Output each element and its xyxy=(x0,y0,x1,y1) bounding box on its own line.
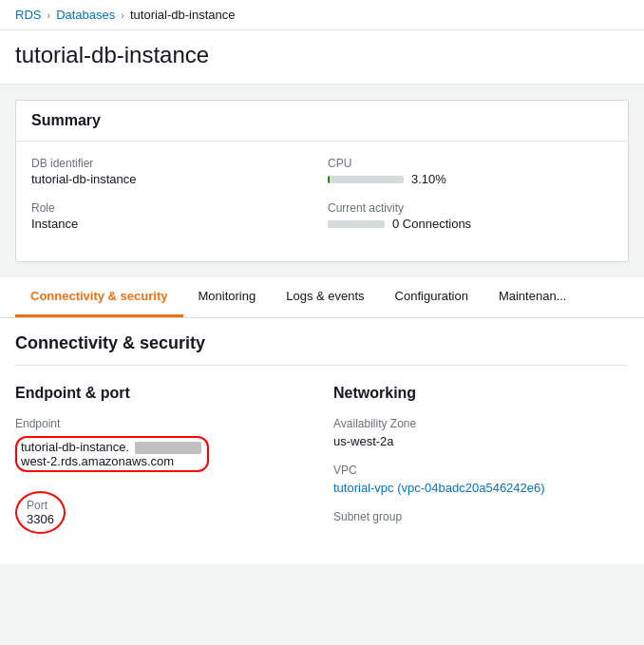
endpoint-circle: tutorial-db-instance. west-2.rds.amazona… xyxy=(15,436,209,472)
availability-zone-value: us-west-2a xyxy=(333,434,629,448)
db-identifier-label: DB identifier xyxy=(31,157,316,170)
port-circle: Port 3306 xyxy=(15,491,66,534)
subnet-group-field: Subnet group xyxy=(333,510,629,523)
connections-bar-track xyxy=(328,220,385,228)
port-field: Port 3306 xyxy=(15,487,311,534)
current-activity-field: Current activity 0 Connections xyxy=(328,201,613,231)
endpoint-suffix: west-2.rds.amazonaws.com xyxy=(21,454,174,468)
cpu-bar-container: 3.10% xyxy=(328,172,613,186)
availability-zone-field: Availability Zone us-west-2a xyxy=(333,417,629,448)
port-label: Port xyxy=(27,499,54,512)
tab-maintenance[interactable]: Maintenan... xyxy=(483,277,582,317)
endpoint-port-title: Endpoint & port xyxy=(15,385,311,402)
vpc-field: VPC tutorial-vpc (vpc-04badc20a546242e6) xyxy=(333,464,629,495)
cpu-bar-track xyxy=(328,176,404,183)
summary-card: Summary DB identifier tutorial-db-instan… xyxy=(15,100,629,262)
vpc-label: VPC xyxy=(333,464,629,477)
endpoint-port-section: Endpoint & port Endpoint tutorial-db-ins… xyxy=(15,385,311,549)
cpu-field: CPU 3.10% xyxy=(328,157,613,186)
subnet-group-label: Subnet group xyxy=(333,510,629,523)
port-value: 3306 xyxy=(27,512,54,526)
tab-configuration[interactable]: Configuration xyxy=(380,277,483,317)
db-identifier-value: tutorial-db-instance xyxy=(31,172,316,186)
role-value: Instance xyxy=(31,217,316,231)
summary-card-header: Summary xyxy=(16,101,628,142)
endpoint-prefix: tutorial-db-instance. xyxy=(21,440,129,454)
breadcrumb: RDS › Databases › tutorial-db-instance xyxy=(0,0,644,30)
breadcrumb-sep-1: › xyxy=(47,9,50,21)
connectivity-section: Connectivity & security Endpoint & port … xyxy=(0,318,644,564)
summary-content: DB identifier tutorial-db-instance Role … xyxy=(16,142,628,261)
connectivity-grid: Endpoint & port Endpoint tutorial-db-ins… xyxy=(15,385,629,549)
page-title-section: tutorial-db-instance xyxy=(0,30,644,85)
current-activity-label: Current activity xyxy=(328,201,613,215)
connectivity-section-title: Connectivity & security xyxy=(15,333,629,366)
cpu-bar-fill xyxy=(328,176,330,183)
db-identifier-field: DB identifier tutorial-db-instance xyxy=(31,157,316,186)
breadcrumb-rds[interactable]: RDS xyxy=(15,8,41,22)
availability-zone-label: Availability Zone xyxy=(333,417,629,430)
cpu-label: CPU xyxy=(328,157,613,170)
role-label: Role xyxy=(31,201,316,215)
breadcrumb-current: tutorial-db-instance xyxy=(130,8,236,22)
tabs-container: Connectivity & security Monitoring Logs … xyxy=(0,277,644,318)
endpoint-redacted xyxy=(135,442,201,454)
main-content: Connectivity & security Endpoint & port … xyxy=(0,318,644,564)
networking-title: Networking xyxy=(333,385,629,402)
connections-container: 0 Connections xyxy=(328,217,613,231)
endpoint-field: Endpoint tutorial-db-instance. west-2.rd… xyxy=(15,417,311,472)
endpoint-value-wrapper: tutorial-db-instance. west-2.rds.amazona… xyxy=(15,434,311,472)
networking-section: Networking Availability Zone us-west-2a … xyxy=(333,385,629,549)
tab-logs-events[interactable]: Logs & events xyxy=(271,277,379,317)
breadcrumb-databases[interactable]: Databases xyxy=(56,8,115,22)
endpoint-label: Endpoint xyxy=(15,417,311,430)
current-activity-value: 0 Connections xyxy=(392,217,471,231)
page-title: tutorial-db-instance xyxy=(15,42,629,68)
role-field: Role Instance xyxy=(31,201,316,231)
tab-connectivity-security[interactable]: Connectivity & security xyxy=(15,277,183,317)
tab-monitoring[interactable]: Monitoring xyxy=(183,277,272,317)
vpc-value[interactable]: tutorial-vpc (vpc-04badc20a546242e6) xyxy=(333,481,629,495)
cpu-value: 3.10% xyxy=(411,172,446,186)
breadcrumb-sep-2: › xyxy=(121,9,124,21)
